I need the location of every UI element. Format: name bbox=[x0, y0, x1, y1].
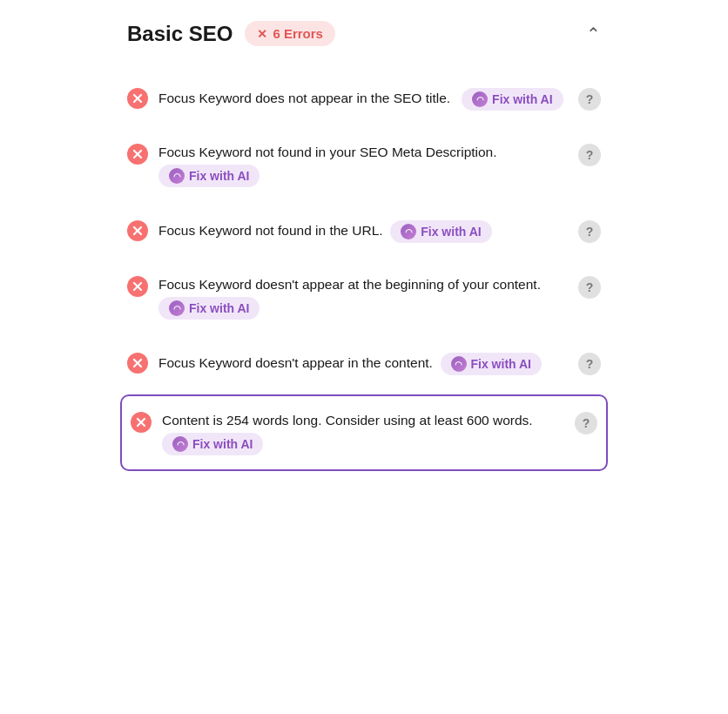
help-button[interactable]: ? bbox=[578, 144, 601, 166]
errors-count-label: 6 Errors bbox=[273, 26, 323, 41]
error-icon bbox=[127, 144, 148, 165]
error-item: Focus Keyword doesn't appear in the cont… bbox=[120, 335, 608, 391]
ai-icon: ◠ bbox=[172, 436, 188, 452]
panel-header-left: Basic SEO ✕ 6 Errors bbox=[127, 21, 335, 46]
fix-ai-label: Fix with AI bbox=[189, 301, 249, 315]
error-icon bbox=[127, 353, 148, 374]
panel-header: Basic SEO ✕ 6 Errors ⌃ bbox=[120, 21, 608, 46]
fix-ai-label: Fix with AI bbox=[471, 357, 531, 371]
error-text: Focus Keyword doesn't appear at the begi… bbox=[158, 274, 568, 320]
error-item: Focus Keyword does not appear in the SEO… bbox=[120, 71, 608, 126]
error-text: Content is 254 words long. Consider usin… bbox=[162, 410, 564, 455]
ai-icon: ◠ bbox=[451, 356, 467, 372]
error-text: Focus Keyword does not appear in the SEO… bbox=[158, 86, 568, 111]
help-button[interactable]: ? bbox=[575, 412, 597, 434]
fix-ai-label: Fix with AI bbox=[421, 225, 481, 239]
help-button[interactable]: ? bbox=[578, 353, 601, 375]
help-button[interactable]: ? bbox=[578, 276, 601, 299]
x-icon: ✕ bbox=[257, 27, 267, 41]
error-icon bbox=[131, 412, 152, 433]
fix-ai-button[interactable]: ◠ Fix with AI bbox=[162, 433, 263, 455]
fix-ai-label: Fix with AI bbox=[492, 92, 552, 106]
error-item: Focus Keyword doesn't appear at the begi… bbox=[120, 259, 608, 335]
error-list: Focus Keyword does not appear in the SEO… bbox=[120, 71, 608, 475]
help-button[interactable]: ? bbox=[578, 88, 601, 111]
ai-icon: ◠ bbox=[401, 224, 416, 239]
fix-ai-label: Fix with AI bbox=[189, 169, 249, 183]
error-text: Focus Keyword not found in the URL. ◠ Fi… bbox=[158, 219, 568, 243]
error-item-highlighted: Content is 254 words long. Consider usin… bbox=[120, 394, 608, 471]
fix-ai-button[interactable]: ◠ Fix with AI bbox=[158, 165, 260, 187]
ai-icon: ◠ bbox=[472, 91, 488, 107]
error-item: Focus Keyword not found in the URL. ◠ Fi… bbox=[120, 203, 608, 259]
fix-inline bbox=[454, 91, 457, 105]
error-item: Focus Keyword not found in your SEO Meta… bbox=[120, 126, 608, 203]
error-text: Focus Keyword not found in your SEO Meta… bbox=[158, 142, 568, 187]
seo-panel: Basic SEO ✕ 6 Errors ⌃ Focus Keyword doe… bbox=[120, 0, 608, 714]
ai-icon: ◠ bbox=[169, 168, 185, 184]
fix-ai-button[interactable]: ◠ Fix with AI bbox=[462, 88, 563, 111]
help-button[interactable]: ? bbox=[578, 220, 601, 243]
panel-title: Basic SEO bbox=[127, 22, 233, 46]
fix-ai-button[interactable]: ◠ Fix with AI bbox=[441, 353, 542, 375]
collapse-button[interactable]: ⌃ bbox=[586, 24, 601, 44]
errors-badge: ✕ 6 Errors bbox=[245, 21, 335, 46]
fix-ai-button[interactable]: ◠ Fix with AI bbox=[158, 297, 260, 320]
fix-ai-button[interactable]: ◠ Fix with AI bbox=[390, 220, 491, 243]
ai-icon: ◠ bbox=[169, 300, 185, 316]
error-icon bbox=[127, 88, 148, 109]
error-icon bbox=[127, 276, 148, 297]
fix-ai-label: Fix with AI bbox=[192, 437, 253, 451]
error-icon bbox=[127, 220, 148, 241]
error-text: Focus Keyword doesn't appear in the cont… bbox=[158, 351, 568, 375]
